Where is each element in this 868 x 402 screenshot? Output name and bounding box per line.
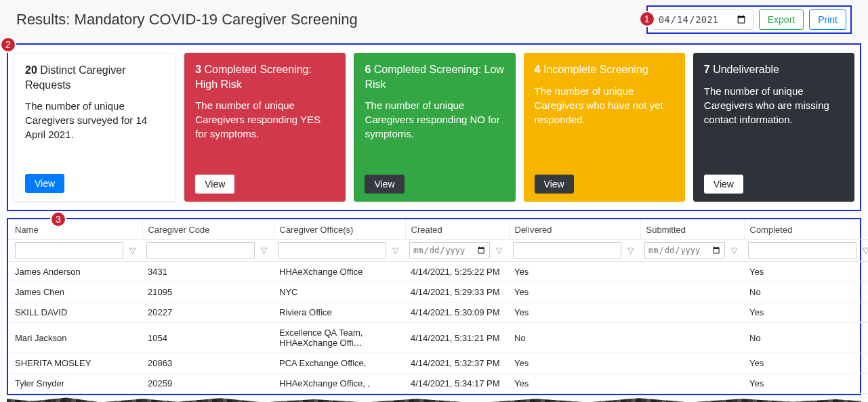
cell-delivered: Yes — [509, 353, 640, 374]
cell-code: 20227 — [142, 303, 274, 323]
card-view-button[interactable]: View — [704, 175, 743, 194]
column-header[interactable]: Caregiver Office(s) — [274, 219, 405, 240]
card-description: The number of unique Caregivers respondi… — [195, 98, 335, 166]
cell-submitted — [640, 262, 744, 282]
card-description: The number of unique Caregivers who have… — [535, 84, 674, 166]
card-title: 3 Completed Screening: High Risk — [195, 62, 335, 91]
header: Results: Mandatory COVID-19 Caregiver Sc… — [0, 0, 868, 41]
column-header[interactable]: Caregiver Code — [142, 219, 274, 240]
annotation-badge-3: 3 — [50, 211, 66, 227]
cell-name: James Chen — [8, 282, 142, 303]
table-row[interactable]: James Anderson3431HHAeXchange Office4/14… — [8, 262, 868, 282]
filter-icon[interactable]: ▽ — [624, 244, 636, 256]
cell-completed: Yes — [744, 303, 868, 323]
cell-name: James Anderson — [8, 262, 142, 282]
cell-completed: Yes — [744, 262, 868, 282]
cell-created: 4/14/2021, 5:30:09 PM — [405, 303, 509, 323]
cell-delivered: Yes — [509, 303, 640, 323]
table-row[interactable]: Mari Jackson1054Excellence QA Team, HHAe… — [8, 323, 868, 353]
cell-office: HHAeXchange Office — [274, 262, 405, 282]
cell-name: SKILL DAVID — [8, 303, 142, 323]
card-description: The number of unique Caregivers who are … — [704, 84, 844, 166]
cell-delivered: No — [509, 323, 640, 353]
results-table-section: 3 NameCaregiver CodeCaregiver Office(s)C… — [7, 218, 861, 395]
column-header[interactable]: Submitted — [640, 219, 744, 240]
cell-office: NYC — [274, 282, 405, 303]
filter-input[interactable] — [278, 242, 386, 259]
summary-card: 20 Distinct Caregiver RequestsThe number… — [14, 53, 176, 202]
export-button[interactable]: Export — [759, 9, 804, 30]
card-description: The number of unique Caregivers respondi… — [365, 98, 504, 166]
filter-input[interactable] — [409, 242, 490, 259]
column-header[interactable]: Completed — [744, 219, 868, 240]
cell-submitted — [640, 303, 744, 323]
cell-delivered: Yes — [509, 374, 640, 394]
cell-name: SHERITA MOSLEY — [8, 353, 142, 374]
summary-card: 7 UndeliverableThe number of unique Care… — [693, 53, 854, 202]
print-button[interactable]: Print — [809, 9, 846, 30]
column-header[interactable]: Created — [405, 219, 509, 240]
annotation-badge-1: 1 — [639, 11, 655, 27]
toolbar: 1 Export Print — [646, 5, 852, 34]
summary-cards-section: 2 20 Distinct Caregiver RequestsThe numb… — [7, 43, 861, 211]
cell-name: Tyler Snyder — [8, 374, 142, 394]
card-description: The number of unique Caregivers surveyed… — [25, 99, 165, 166]
filter-icon[interactable]: ▽ — [257, 244, 270, 256]
cell-created: 4/14/2021, 5:29:33 PM — [405, 282, 509, 303]
cell-submitted — [640, 323, 744, 353]
cell-submitted — [640, 353, 744, 374]
annotation-badge-2: 2 — [0, 37, 16, 53]
card-title: 4 Incomplete Screening — [535, 62, 674, 77]
card-count: 3 — [195, 64, 201, 75]
cell-delivered: Yes — [509, 282, 640, 303]
filter-icon[interactable]: ▽ — [126, 244, 138, 256]
cell-created: 4/14/2021, 5:32:37 PM — [405, 353, 509, 374]
cell-code: 21095 — [142, 282, 274, 303]
cell-created: 4/14/2021, 5:31:21 PM — [405, 323, 509, 353]
filter-input[interactable] — [146, 242, 255, 259]
summary-card: 3 Completed Screening: High RiskThe numb… — [184, 53, 346, 202]
filter-icon[interactable]: ▽ — [859, 244, 868, 256]
cell-code: 3431 — [142, 262, 274, 282]
summary-card: 4 Incomplete ScreeningThe number of uniq… — [524, 53, 685, 202]
table-row[interactable]: Tyler Snyder20259HHAeXchange Office, ,4/… — [8, 374, 868, 394]
date-picker[interactable] — [652, 9, 753, 30]
cell-completed: Yes — [744, 374, 868, 394]
cell-office: PCA Exchange Office, — [274, 353, 405, 374]
table-row[interactable]: SKILL DAVID20227 Riviera Office4/14/2021… — [8, 303, 868, 323]
column-header[interactable]: Delivered — [509, 219, 640, 240]
cell-created: 4/14/2021, 5:25:22 PM — [405, 262, 509, 282]
filter-icon[interactable]: ▽ — [493, 244, 505, 256]
card-view-button[interactable]: View — [535, 175, 574, 194]
filter-input[interactable] — [644, 242, 725, 259]
filter-input[interactable] — [748, 242, 856, 259]
card-view-button[interactable]: View — [195, 175, 234, 194]
card-count: 7 — [704, 64, 710, 75]
cell-office: Riviera Office — [274, 303, 405, 323]
cell-office: Excellence QA Team, HHAeXchange Offi… — [274, 323, 405, 353]
table-row[interactable]: James Chen21095NYC4/14/2021, 5:29:33 PMY… — [8, 282, 868, 303]
card-view-button[interactable]: View — [365, 175, 404, 194]
filter-input[interactable] — [513, 242, 621, 259]
cell-office: HHAeXchange Office, , — [274, 374, 405, 394]
cell-completed: Yes — [744, 353, 868, 374]
cell-code: 20259 — [142, 374, 274, 394]
filter-icon[interactable]: ▽ — [728, 244, 740, 256]
card-count: 6 — [365, 64, 371, 75]
cell-code: 1054 — [142, 323, 274, 353]
table-row[interactable]: SHERITA MOSLEY20863PCA Exchange Office,4… — [8, 353, 868, 374]
card-view-button[interactable]: View — [25, 174, 64, 193]
filter-icon[interactable]: ▽ — [389, 244, 401, 256]
cell-code: 20863 — [142, 353, 274, 374]
cell-completed: No — [744, 282, 868, 303]
cell-submitted — [640, 374, 744, 394]
cell-created: 4/14/2021, 5:34:17 PM — [405, 374, 509, 394]
card-title: 20 Distinct Caregiver Requests — [25, 63, 165, 92]
cell-completed: No — [744, 323, 868, 353]
card-title: 6 Completed Screening: Low Risk — [365, 62, 504, 91]
filter-input[interactable] — [15, 242, 123, 259]
card-title: 7 Undeliverable — [704, 62, 844, 77]
cell-delivered: Yes — [509, 262, 640, 282]
column-header[interactable]: Name — [8, 219, 142, 240]
page-title: Results: Mandatory COVID-19 Caregiver Sc… — [16, 11, 358, 28]
